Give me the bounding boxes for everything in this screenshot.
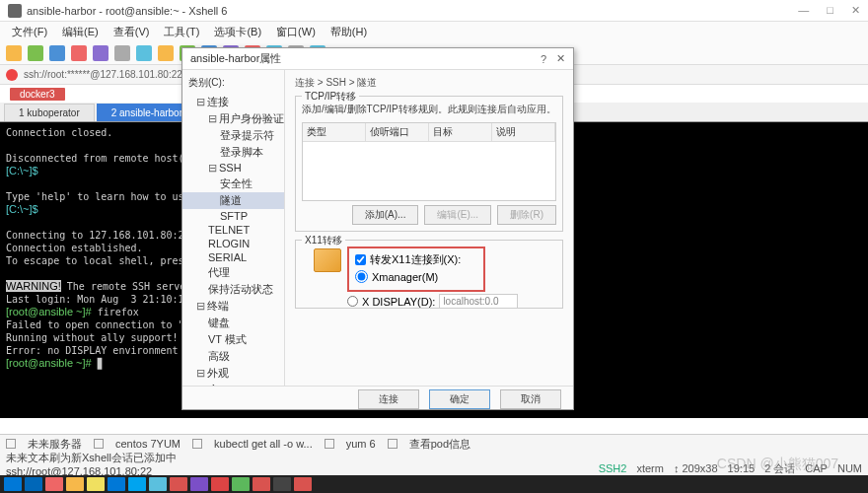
tree-keepalive: 保持活动状态 [182,281,284,298]
toolbar-icon[interactable] [6,45,22,61]
delete-button[interactable]: 删除(R) [497,205,556,225]
col-target[interactable]: 目标 [429,123,492,141]
tcpip-table[interactable]: 类型 侦听端口 目标 说明 [302,122,556,201]
toolbar-icon[interactable] [28,45,43,61]
taskbar-icon[interactable] [149,477,167,491]
menu-edit[interactable]: 编辑(E) [56,23,105,41]
menu-tabs[interactable]: 选项卡(B) [208,23,267,41]
bottom-item-4[interactable]: yum 6 [346,438,376,450]
checkbox-icon[interactable] [6,439,16,449]
bottom-item-5[interactable]: 查看pod信息 [409,437,470,452]
tcpip-desc: 添加/编辑/删除TCP/IP转移规则。此规则连接后自动应用。 [302,103,556,116]
menu-help[interactable]: 帮助(H) [325,23,373,41]
dialog-titlebar: ansible-harbor属性 ? ✕ [182,48,573,70]
tree-proxy: 代理 [182,264,284,281]
minimize-button[interactable]: — [798,4,809,17]
category-tree[interactable]: ⊟连接 ⊟用户身份验证 登录提示符 登录脚本 ⊟SSH 安全性 隧道 SFTP … [182,92,284,386]
dialog-title: ansible-harbor属性 [190,51,541,66]
toolbar-icon[interactable] [158,45,174,61]
taskbar-icon[interactable] [128,477,146,491]
col-desc[interactable]: 说明 [492,123,555,141]
close-button[interactable]: ✕ [851,4,860,17]
dialog-footer: 连接 确定 取消 [182,386,573,411]
taskbar-icon[interactable] [273,477,291,491]
session-path: ssh://root:******@127.168.101.80:22 [24,69,182,80]
tcpip-fieldset: TCP/IP转移 添加/编辑/删除TCP/IP转移规则。此规则连接后自动应用。 … [295,96,563,232]
checkbox-icon[interactable] [94,439,104,449]
menu-file[interactable]: 文件(F) [6,23,53,41]
taskbar-icon[interactable] [232,477,250,491]
taskbar-icon[interactable] [66,477,84,491]
edit-button[interactable]: 编辑(E)... [424,205,491,225]
tree-telnet: TELNET [182,223,284,237]
taskbar-icon[interactable] [190,477,208,491]
tree-connection: ⊟连接 [182,94,284,110]
bottom-item-1[interactable]: 未来服务器 [28,437,82,452]
bottom-item-3[interactable]: kubectl get all -o w... [214,438,313,450]
menu-window[interactable]: 窗口(W) [270,23,322,41]
toolbar-icon[interactable] [71,45,87,61]
toolbar-icon[interactable] [114,45,130,61]
x11-forward-input[interactable] [355,254,366,265]
tree-appearance: ⊟外观 [182,365,284,382]
xdisplay-radio[interactable]: X DISPLAY(D): localhost:0.0 [347,294,556,309]
session-icon [6,69,18,81]
docker-tab[interactable]: docker3 [10,88,65,101]
properties-dialog: ansible-harbor属性 ? ✕ 类别(C): ⊟连接 ⊟用户身份验证 … [181,47,574,410]
col-port[interactable]: 侦听端口 [366,123,429,141]
dialog-help-button[interactable]: ? [541,53,546,65]
dialog-content: 连接 > SSH > 隧道 TCP/IP转移 添加/编辑/删除TCP/IP转移规… [285,70,573,386]
tree-auth: ⊟用户身份验证 [182,110,284,127]
taskbar-icon[interactable] [87,477,105,491]
x11-forward-checkbox[interactable]: 转发X11连接到(X): [355,252,477,267]
toolbar-icon[interactable] [93,45,108,61]
maximize-button[interactable]: □ [827,4,833,17]
watermark: CSDN @小熊猫007 [717,456,838,473]
category-label: 类别(C): [182,74,284,92]
category-tree-panel: 类别(C): ⊟连接 ⊟用户身份验证 登录提示符 登录脚本 ⊟SSH 安全性 隧… [182,70,285,386]
checkbox-icon[interactable] [388,439,398,449]
xmanager-radio[interactable]: Xmanager(M) [355,270,477,283]
taskbar-icon[interactable] [4,477,22,491]
windows-taskbar[interactable] [0,475,868,493]
add-button[interactable]: 添加(A)... [352,205,419,225]
connect-button[interactable]: 连接 [358,389,419,409]
xdisplay-value[interactable]: localhost:0.0 [439,294,518,309]
taskbar-icon[interactable] [25,477,42,491]
tree-terminal: ⊟终端 [182,298,284,315]
col-type[interactable]: 类型 [303,123,366,141]
tree-sftp: SFTP [182,209,284,223]
taskbar-icon[interactable] [253,477,270,491]
xdisplay-input[interactable] [347,296,358,307]
tab-kuboperator[interactable]: 1 kuboperator [4,104,95,121]
breadcrumb: 连接 > SSH > 隧道 [295,76,563,90]
menu-view[interactable]: 查看(V) [108,23,156,41]
x11-legend: X11转移 [302,234,345,247]
x11-icon [314,248,341,272]
taskbar-icon[interactable] [45,477,63,491]
status-term: xterm [636,462,664,474]
cancel-button[interactable]: 取消 [500,389,561,409]
taskbar-icon[interactable] [170,477,187,491]
menu-tools[interactable]: 工具(T) [158,23,205,41]
dialog-close-button[interactable]: ✕ [556,52,565,65]
tree-serial: SERIAL [182,250,284,264]
taskbar-icon[interactable] [294,477,312,491]
tree-keyboard: 键盘 [182,315,284,331]
main-titlebar: ansible-harbor - root@ansible:~ - Xshell… [0,0,868,22]
tree-rlogin: RLOGIN [182,237,284,250]
ok-button[interactable]: 确定 [429,389,490,409]
taskbar-icon[interactable] [211,477,229,491]
checkbox-icon[interactable] [192,439,202,449]
bottom-item-2[interactable]: centos 7YUM [115,438,181,450]
toolbar-icon[interactable] [136,45,152,61]
checkbox-icon[interactable] [325,439,334,449]
tree-security: 安全性 [182,176,284,192]
xmanager-input[interactable] [355,270,368,283]
tree-tunnel: 隧道 [182,192,284,209]
status-size: ↕ 209x38 [674,462,718,474]
highlight-box: 转发X11连接到(X): Xmanager(M) [347,246,485,292]
toolbar-icon[interactable] [49,45,65,61]
bottom-text: 未来文本刷为新Xshell会话已添加中 [6,451,177,465]
taskbar-icon[interactable] [108,477,125,491]
